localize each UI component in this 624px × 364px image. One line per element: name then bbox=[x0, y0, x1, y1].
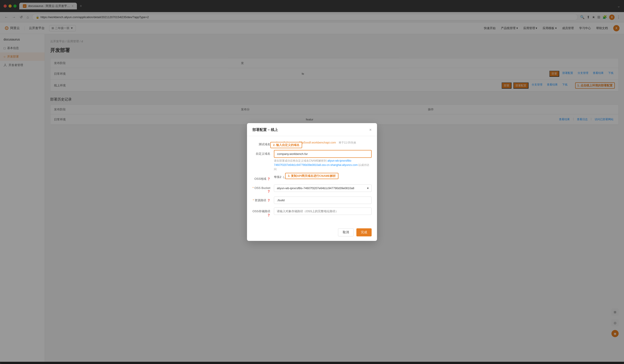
test-domain-label: 测试域名 bbox=[252, 141, 270, 146]
resource-path-label: * 资源路径 ❓ bbox=[252, 197, 270, 202]
modal-footer: 取消 完成 bbox=[247, 225, 377, 241]
domain-expire-text: 将于11:05失效 bbox=[339, 141, 356, 144]
step3-annotation: 3. 复制API网关域名进行CNAME解析 bbox=[285, 173, 338, 179]
step2-annotation: 2. 输入自定义的域名 bbox=[270, 142, 302, 148]
oss-region-row: OSS地域 ❓ 华东2（上海） 如何开通OSS并... 3. 复制API网关域名… bbox=[252, 175, 372, 181]
confirm-button[interactable]: 完成 bbox=[356, 228, 372, 236]
oss-region-help-icon[interactable]: ❓ bbox=[267, 178, 270, 180]
custom-domain-input[interactable] bbox=[274, 150, 372, 158]
oss-storage-value-container bbox=[274, 207, 372, 215]
resource-path-value-container bbox=[274, 197, 372, 204]
custom-domain-row: 自定义域名 请在部署成功后将自定义域名CNAME解析到 aliyun-wb-ip… bbox=[252, 150, 372, 172]
oss-storage-input[interactable] bbox=[274, 207, 372, 215]
oss-bucket-label: * OSS Bucket ❓ bbox=[252, 184, 270, 193]
modal-close-btn[interactable]: × bbox=[369, 128, 372, 132]
oss-storage-label: OSS存储路径 ❓ bbox=[252, 207, 270, 217]
oss-bucket-help-icon[interactable]: ❓ bbox=[267, 190, 270, 193]
oss-region-value-container: 华东2（上海） 如何开通OSS并... 3. 复制API网关域名进行CNAME解… bbox=[274, 175, 372, 179]
oss-bucket-row: * OSS Bucket ❓ aliyun-wb-ipnxrsf8is-7460… bbox=[252, 184, 372, 193]
resource-path-help-icon[interactable]: ❓ bbox=[267, 199, 270, 202]
oss-bucket-value-container: aliyun-wb-ipnxrsf8is-74607f3207e64b1c947… bbox=[274, 184, 372, 192]
deploy-config-modal: 部署配置 – 线上 × 测试域名 release1yjiugzoyrm60p5x… bbox=[247, 123, 377, 241]
oss-storage-row: OSS存储路径 ❓ bbox=[252, 207, 372, 217]
custom-domain-hint: 请在部署成功后将自定义域名CNAME解析到 aliyun-wb-ipnxrsf8… bbox=[274, 159, 372, 172]
oss-bucket-value: aliyun-wb-ipnxrsf8is-74607f3207e64b1c947… bbox=[277, 186, 354, 190]
oss-storage-help-icon[interactable]: ❓ bbox=[267, 214, 270, 216]
resource-path-row: * 资源路径 ❓ bbox=[252, 197, 372, 204]
oss-bucket-select[interactable]: aliyun-wb-ipnxrsf8is-74607f3207e64b1c947… bbox=[274, 184, 372, 192]
custom-domain-value-container: 请在部署成功后将自定义域名CNAME解析到 aliyun-wb-ipnxrsf8… bbox=[274, 150, 372, 172]
oss-bucket-chevron: ▾ bbox=[367, 186, 369, 190]
modal-overlay: 部署配置 – 线上 × 测试域名 release1yjiugzoyrm60p5x… bbox=[0, 0, 624, 364]
custom-domain-label: 自定义域名 bbox=[252, 150, 270, 156]
resource-path-input[interactable] bbox=[274, 197, 372, 204]
modal-title: 部署配置 – 线上 bbox=[252, 128, 278, 132]
modal-header: 部署配置 – 线上 × bbox=[247, 123, 377, 136]
oss-region-label: OSS地域 ❓ bbox=[252, 175, 270, 181]
modal-body: 测试域名 release1yjiugzoyrm60p5xxdf.workbenc… bbox=[247, 136, 377, 225]
cancel-button[interactable]: 取消 bbox=[338, 228, 354, 236]
